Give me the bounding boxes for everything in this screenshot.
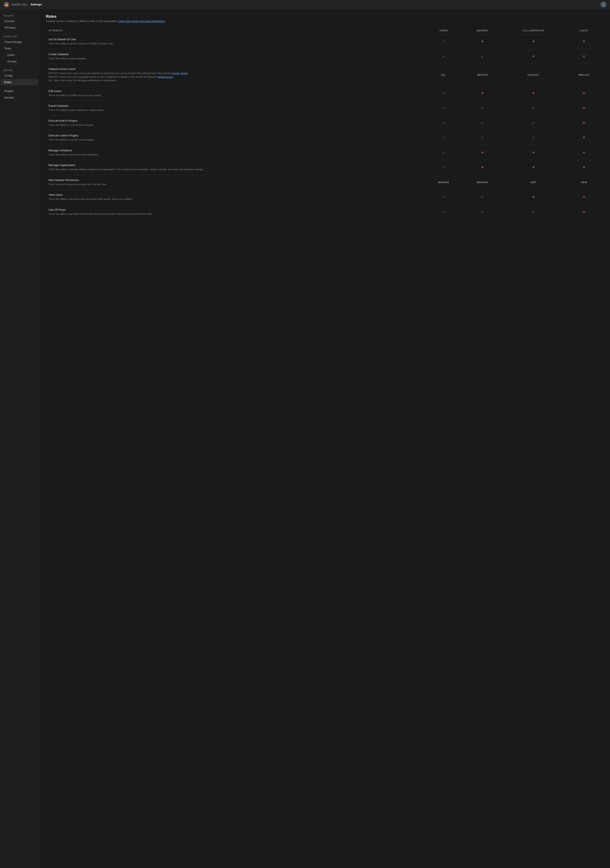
member-cell: ✓ [463, 190, 502, 205]
table-row: View UsersThis is the ability to see use… [46, 190, 603, 205]
sidebar-item-roles[interactable]: Roles [1, 79, 38, 85]
check-icon: ✓ [532, 136, 535, 140]
check-icon: ✓ [481, 136, 484, 140]
table-row: Create DatasetsThis is the ability to cr… [46, 49, 603, 64]
cross-icon: ✕ [582, 151, 585, 154]
sidebar-item-users[interactable]: Users [1, 52, 38, 58]
attr-desc: This is the ability to modify users and … [48, 93, 422, 97]
check-icon: ✓ [481, 210, 484, 214]
main-content: Roles Detailed access to actions of diff… [39, 9, 610, 868]
check-icon: ✓ [442, 195, 445, 199]
avatar[interactable]: 👤 [601, 2, 607, 8]
check-icon: ✓ [481, 195, 484, 199]
page-title: Roles [46, 14, 603, 19]
chevron-icon: › [28, 3, 29, 6]
page-description: Detailed access to actions of different … [46, 20, 603, 23]
guest-cell: ✕ [565, 34, 603, 49]
guest-cell: ✕ [565, 130, 603, 145]
check-icon: ✓ [532, 106, 535, 110]
attribute-cell: Use API KeysThis is the ability to gener… [46, 205, 424, 219]
text-value: MANAGE [477, 181, 488, 184]
check-icon: ✓ [442, 151, 445, 154]
member-cell: ✓ [463, 115, 502, 130]
table-row: Edit UsersThis is the ability to modify … [46, 86, 603, 101]
cross-icon: ✕ [582, 106, 585, 110]
attr-name: Edit Users [48, 90, 422, 93]
check-icon: ✓ [532, 121, 535, 125]
learn-more-link[interactable]: Learn more about roles and permissions. [118, 20, 165, 23]
attr-desc: This is the ability to send and revoke i… [48, 153, 422, 157]
sidebar-item-team[interactable]: Team [1, 45, 38, 51]
table-row: Manage OrganizationThis is the ability t… [46, 160, 603, 175]
text-value: IMPLICIT [579, 74, 590, 76]
cross-icon: ✕ [532, 91, 535, 95]
attr-desc: EXPLICIT: these users have access any da… [48, 71, 422, 82]
sidebar-item-cloud-storage[interactable]: Cloud storage [1, 39, 38, 45]
check-icon: ✓ [442, 166, 445, 169]
attribute-cell: Export DatasetsThis is the ability to ex… [46, 101, 424, 116]
attribute-cell: Manage InvitationsThis is the ability to… [46, 145, 424, 160]
admin-cell: ✓ [424, 190, 463, 205]
specific-access-link[interactable]: specific access [172, 72, 188, 74]
admin-cell: ✓ [424, 115, 463, 130]
collaborator-cell: ✓ [502, 115, 565, 130]
col-collaborator: COLLABORATOR [502, 27, 565, 34]
col-admin: ADMIN [424, 27, 463, 34]
check-icon: ✓ [532, 210, 535, 214]
attr-desc: This is the ability to export datasets o… [48, 108, 422, 112]
attribute-cell: View UsersThis is the ability to see use… [46, 190, 424, 205]
admin-cell: ✓ [424, 160, 463, 175]
org-name[interactable]: Voxel51 Dev [11, 3, 27, 6]
check-icon: ✓ [481, 106, 484, 110]
table-row: Act On Behalf Of UserThis is the ability… [46, 34, 603, 49]
table-row: Max Dataset PermissionThis is maximum da… [46, 175, 603, 190]
sidebar-item-api-keys[interactable]: API keys [1, 25, 38, 31]
attr-name: Act On Behalf Of User [48, 38, 422, 41]
text-value: VIEW [581, 181, 587, 184]
collaborator-cell: ✕ [502, 190, 565, 205]
attribute-cell: Max Dataset PermissionThis is maximum da… [46, 175, 424, 190]
cross-icon: ✕ [532, 195, 535, 199]
default-access-link[interactable]: default access [158, 76, 173, 78]
table-row: Manage InvitationsThis is the ability to… [46, 145, 603, 160]
sidebar: Personal Account API keys Voxel51 Dev Cl… [0, 9, 39, 868]
cross-icon: ✕ [532, 40, 535, 43]
attribute-cell: Create DatasetsThis is the ability to cr… [46, 49, 424, 64]
attr-desc: This is the ability to execute custom pl… [48, 138, 422, 142]
sidebar-item-account[interactable]: Account [1, 18, 38, 24]
sidebar-section-org: Voxel51 Dev [0, 33, 39, 39]
attr-name: Use API Keys [48, 208, 422, 211]
sidebar-item-plugins[interactable]: Plugins [1, 88, 38, 94]
check-icon: ✓ [442, 91, 445, 95]
cross-icon: ✕ [481, 151, 484, 154]
sidebar-item-config[interactable]: Config [1, 73, 38, 79]
attr-desc: This is maximum dataset permission this … [48, 183, 422, 186]
attr-name: Max Dataset Permission [48, 178, 422, 182]
guest-cell: ✕ [565, 145, 603, 160]
cross-icon: ✕ [582, 40, 585, 43]
cross-icon: ✕ [582, 121, 585, 125]
sidebar-item-groups[interactable]: Groups [1, 58, 38, 65]
cross-icon: ✕ [532, 54, 535, 58]
admin-cell: ✓ [424, 34, 463, 49]
sidebar-item-secrets[interactable]: Secrets [1, 95, 38, 101]
collaborator-cell: ✕ [502, 145, 565, 160]
text-value: EXPLICIT [528, 74, 539, 76]
guest-cell: ✕ [565, 86, 603, 101]
col-member: MEMBER [463, 27, 502, 34]
text-value: ALL [441, 74, 446, 76]
check-icon: ✓ [442, 40, 445, 43]
member-cell: IMPLICIT [463, 64, 502, 86]
admin-cell: ✓ [424, 145, 463, 160]
roles-table: Attribute ADMIN MEMBER COLLABORATOR GUES… [46, 27, 603, 219]
guest-cell: ✕ [565, 49, 603, 64]
attribute-cell: Execute built-in PluginsThis is the abil… [46, 115, 424, 130]
collaborator-cell: ✕ [502, 86, 565, 101]
table-row: Execute custom PluginsThis is the abilit… [46, 130, 603, 145]
check-icon: ✓ [442, 54, 445, 58]
member-cell: ✓ [463, 101, 502, 116]
cross-icon: ✕ [582, 54, 585, 58]
table-row: Use API KeysThis is the ability to gener… [46, 205, 603, 219]
attr-name: View Users [48, 193, 422, 196]
attr-name: Create Datasets [48, 53, 422, 56]
